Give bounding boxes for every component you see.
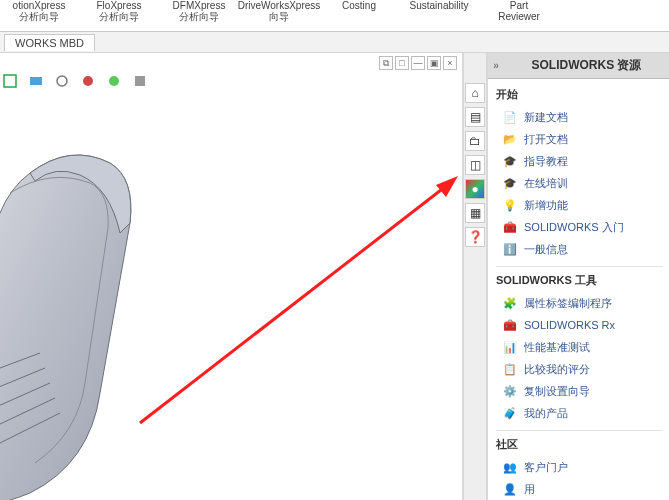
properties-icon[interactable]: ▦: [465, 203, 485, 223]
display-icon[interactable]: [28, 73, 44, 89]
rx-icon: 🧰: [502, 317, 518, 333]
customer-portal-icon: 👥: [502, 459, 518, 475]
taskpane: » SOLIDWORKS 资源 开始📄新建文档📂打开文档🎓指导教程🎓在线培训💡新…: [487, 53, 669, 500]
tutorials-icon: 🎓: [502, 153, 518, 169]
compare-icon: 📋: [502, 361, 518, 377]
new-doc-icon: 📄: [502, 109, 518, 125]
home-icon[interactable]: ⌂: [465, 83, 485, 103]
benchmark-icon: 📊: [502, 339, 518, 355]
document-tabstrip: WORKS MBD: [0, 32, 669, 53]
taskpane-item-label: 指导教程: [524, 154, 568, 169]
taskpane-body: 开始📄新建文档📂打开文档🎓指导教程🎓在线培训💡新增功能🧰SOLIDWORKS 入…: [488, 79, 669, 500]
taskpane-item-label: SOLIDWORKS 入门: [524, 220, 624, 235]
copy-settings-icon: ⚙️: [502, 383, 518, 399]
taskpane-item-customer-portal[interactable]: 👥客户门户: [496, 456, 663, 478]
svg-marker-7: [436, 176, 458, 197]
restore-icon[interactable]: ▣: [427, 56, 441, 70]
taskpane-item-label: 打开文档: [524, 132, 568, 147]
taskpane-item-tutorials[interactable]: 🎓指导教程: [496, 150, 663, 172]
maximize-icon[interactable]: □: [395, 56, 409, 70]
feature-tree-toolbar: [2, 73, 148, 89]
my-products-icon: 🧳: [502, 405, 518, 421]
document-tab[interactable]: WORKS MBD: [4, 34, 95, 51]
taskpane-item-rx[interactable]: 🧰SOLIDWORKS Rx: [496, 314, 663, 336]
taskpane-item-label: 用: [524, 482, 535, 497]
taskpane-section-header: 社区: [496, 430, 663, 456]
taskpane-item-user-group[interactable]: 👤用: [496, 478, 663, 500]
ribbon-tool-dfmxpress[interactable]: DFMXpress分析向导: [166, 0, 232, 22]
appearance2-icon[interactable]: [106, 73, 122, 89]
taskpane-item-label: 在线培训: [524, 176, 568, 191]
taskpane-item-whats-new[interactable]: 💡新增功能: [496, 194, 663, 216]
ribbon-tool-motionxpress[interactable]: otionXpress分析向导: [6, 0, 72, 22]
viewport-window-controls: ⧉ □ — ▣ ×: [374, 53, 462, 73]
display-pane-icon[interactable]: [132, 73, 148, 89]
graphics-viewport[interactable]: ⧉ □ — ▣ ×: [0, 53, 463, 500]
appearance-tab-icon[interactable]: ●: [465, 179, 485, 199]
taskpane-item-intro[interactable]: 🧰SOLIDWORKS 入门: [496, 216, 663, 238]
taskpane-item-open-doc[interactable]: 📂打开文档: [496, 128, 663, 150]
taskpane-header: » SOLIDWORKS 资源: [488, 53, 669, 79]
taskpane-item-label: 比较我的评分: [524, 362, 590, 377]
taskpane-tabbar: ⌂ ▤ 🗀 ◫ ● ▦ ❓: [463, 53, 487, 500]
svg-point-2: [57, 76, 67, 86]
taskpane-item-benchmark[interactable]: 📊性能基准测试: [496, 336, 663, 358]
ribbon-tool-costing[interactable]: Costing: [326, 0, 392, 11]
taskpane-item-label: 一般信息: [524, 242, 568, 257]
general-info-icon: ℹ️: [502, 241, 518, 257]
user-group-icon: 👤: [502, 481, 518, 497]
whats-new-icon: 💡: [502, 197, 518, 213]
model-preview: [0, 133, 220, 500]
taskpane-item-label: 新增功能: [524, 198, 568, 213]
svg-point-3: [83, 76, 93, 86]
taskpane-item-compare[interactable]: 📋比较我的评分: [496, 358, 663, 380]
svg-rect-5: [135, 76, 145, 86]
taskpane-item-online-train[interactable]: 🎓在线培训: [496, 172, 663, 194]
taskpane-item-my-products[interactable]: 🧳我的产品: [496, 402, 663, 424]
taskpane-item-label: 新建文档: [524, 110, 568, 125]
intro-icon: 🧰: [502, 219, 518, 235]
taskpane-item-label: SOLIDWORKS Rx: [524, 319, 615, 331]
pin-icon[interactable]: ⧉: [379, 56, 393, 70]
ribbon-tool-sustainability[interactable]: Sustainability: [406, 0, 472, 11]
ribbon-tool-driveworks[interactable]: DriveWorksXpress向导: [246, 0, 312, 22]
hide-icon[interactable]: [54, 73, 70, 89]
taskpane-item-new-doc[interactable]: 📄新建文档: [496, 106, 663, 128]
ribbon: otionXpress分析向导 FloXpress分析向导 DFMXpress分…: [0, 0, 669, 32]
taskpane-title: SOLIDWORKS 资源: [504, 57, 669, 74]
taskpane-item-prop-tab[interactable]: 🧩属性标签编制程序: [496, 292, 663, 314]
taskpane-section-header: SOLIDWORKS 工具: [496, 266, 663, 292]
ribbon-tool-floxpress[interactable]: FloXpress分析向导: [86, 0, 152, 22]
tree-icon[interactable]: [2, 73, 18, 89]
taskpane-item-label: 复制设置向导: [524, 384, 590, 399]
taskpane-item-label: 属性标签编制程序: [524, 296, 612, 311]
taskpane-section-header: 开始: [496, 85, 663, 106]
taskpane-item-copy-settings[interactable]: ⚙️复制设置向导: [496, 380, 663, 402]
taskpane-item-label: 客户门户: [524, 460, 568, 475]
help-tab-icon[interactable]: ❓: [465, 227, 485, 247]
online-train-icon: 🎓: [502, 175, 518, 191]
svg-point-4: [109, 76, 119, 86]
ribbon-tool-part-reviewer[interactable]: PartReviewer: [486, 0, 552, 22]
folder-icon[interactable]: 🗀: [465, 131, 485, 151]
close-icon[interactable]: ×: [443, 56, 457, 70]
minimize-icon[interactable]: —: [411, 56, 425, 70]
svg-rect-0: [4, 75, 16, 87]
taskpane-item-general-info[interactable]: ℹ️一般信息: [496, 238, 663, 260]
chevron-right-icon[interactable]: »: [488, 60, 504, 71]
open-doc-icon: 📂: [502, 131, 518, 147]
library-icon[interactable]: ▤: [465, 107, 485, 127]
view-icon[interactable]: ◫: [465, 155, 485, 175]
svg-rect-1: [30, 77, 42, 85]
prop-tab-icon: 🧩: [502, 295, 518, 311]
taskpane-item-label: 性能基准测试: [524, 340, 590, 355]
appearance-icon[interactable]: [80, 73, 96, 89]
taskpane-item-label: 我的产品: [524, 406, 568, 421]
